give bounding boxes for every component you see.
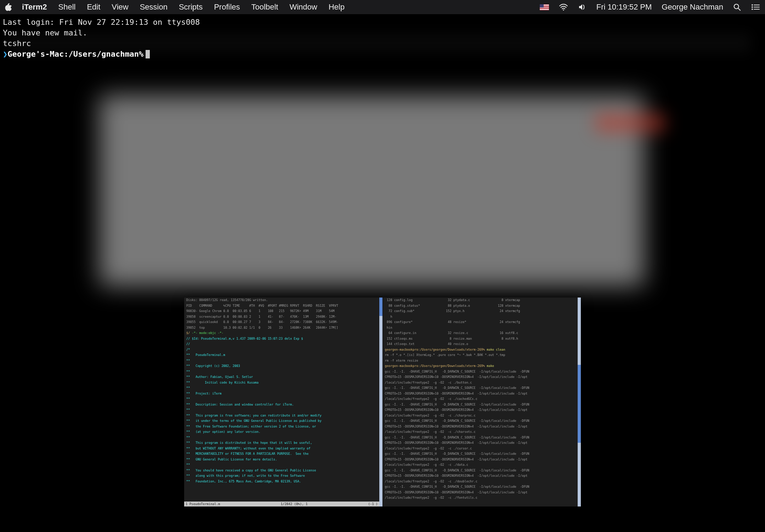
right-pane-gcc: /local/include/freetype2 -g -O2 -c ./cha… [383,429,578,435]
left-pane-comment: ** [184,358,379,364]
left-pane-scrollbar[interactable] [379,298,382,506]
menu-view[interactable]: View [106,2,134,12]
terminal-output-rc: tcshrc [3,38,762,49]
scrollbar-thumb[interactable] [379,298,382,316]
right-pane-gcc: /local/include/freetype2 -g -O2 -c ./but… [383,380,578,386]
left-pane-comment: ** [184,435,379,441]
left-pane-comment: ** GNU General Public License for more d… [184,457,379,463]
menubar-clock[interactable]: Fri 10:19:52 PM [591,2,657,12]
left-pane-comment: ** This program is free software; you ca… [184,413,379,419]
menu-edit[interactable]: Edit [81,2,106,12]
right-pane-gcc: /local/include/freetype2 -g -O2 -c ./cac… [383,396,578,402]
left-pane-comment: ** [184,396,379,402]
right-pane-gcc: /local/include/freetype2 -g -O2 -c ./dou… [383,479,578,485]
right-pane-gcc: gcc -I. -I. -DHAVE_CONFIG_H -D_DARWIN_C_… [383,369,578,375]
wifi-icon[interactable] [554,4,573,11]
menu-window[interactable]: Window [284,2,323,12]
right-pane-gcc: /local/include/freetype2 -g -O2 -c ./dat… [383,462,578,468]
left-pane-comment: ** it under the terms of the GNU General… [184,418,379,424]
right-pane-ls-row: 144 ctlseqs.txt 40 resize.o [383,341,578,347]
us-flag-icon [540,4,549,10]
menubar-user[interactable]: George Nachman [657,2,728,12]
left-pane-top-row: 39058 screencaptur 0.0 00:00.03 2 1 41- … [184,314,379,320]
menu-scripts[interactable]: Scripts [173,2,208,12]
terminal-cursor [146,50,150,58]
right-pane-ls-row: 896 configure* 48 resize* 24 xtermcfg [383,319,578,325]
embedded-screenshot: Disks: 884097/12G read, 1354778/28G writ… [184,298,581,506]
left-pane: Disks: 884097/12G read, 1354778/28G writ… [184,298,383,506]
left-pane-comment: // [184,341,379,347]
right-pane-gcc: CPROTO=15 -DOSMAJORVERSION=10 -DOSMINORV… [383,490,578,496]
left-pane-comment: ** [184,407,379,413]
right-pane-gcc: gcc -I. -I. -DHAVE_CONFIG_H -D_DARWIN_C_… [383,418,578,424]
right-pane-gcc: gcc -I. -I. -DHAVE_CONFIG_H -D_DARWIN_C_… [383,451,578,457]
macos-menubar: iTerm2 Shell Edit View Session Scripts P… [0,0,765,14]
menu-shell[interactable]: Shell [53,2,81,12]
terminal-viewport[interactable]: Last login: Fri Nov 27 22:19:13 on ttys0… [0,14,765,60]
right-pane-ls-row: hin [383,325,578,331]
prompt-caret-icon: ❯ [3,49,7,60]
left-pane-comment: ** along with this program; if not, writ… [184,473,379,479]
right-pane-gcc: CPROTO=15 -DOSMAJORVERSION=10 -DOSMINORV… [383,457,578,463]
right-pane-gcc: CPROTO=15 -DOSMAJORVERSION=10 -DOSMINORV… [383,407,578,413]
right-pane-gcc: gcc -I. -I. -DHAVE_CONFIG_H -D_DARWIN_C_… [383,402,578,408]
terminal-prompt-line[interactable]: ❯ George's-Mac:/Users/gnachman% [3,49,762,60]
right-pane-gcc: CPROTO=15 -DOSMAJORVERSION=10 -DOSMINORV… [383,374,578,380]
right-pane-gcc: CPROTO=15 -DOSMAJORVERSION=10 -DOSMINORV… [383,424,578,430]
right-pane-prompt: georgen-macbookpro:/Users/georgen/Downlo… [383,363,578,369]
left-pane-comment: ** You should have received a copy of th… [184,468,379,474]
left-pane-comment: ** but WITHOUT ANY WARRANTY; without eve… [184,446,379,452]
left-pane-comment: ** [184,462,379,468]
terminal-prompt: George's-Mac:/Users/gnachman% [7,49,143,60]
spotlight-icon[interactable] [728,3,746,11]
status-encoding: (-1 ) [368,502,378,506]
svg-line-2 [738,9,741,10]
left-pane-comment: ** [184,369,379,375]
left-pane-comment: ** (at your option) any later version. [184,429,379,435]
right-pane-gcc: CPROTO=15 -DOSMAJORVERSION=10 -DOSMINORV… [383,473,578,479]
right-pane-gcc: gcc -I. -I. -DHAVE_CONFIG_H -D_DARWIN_C_… [383,468,578,474]
left-pane-comment: ** MERCHANTABILITY or FITNESS FOR A PART… [184,451,379,457]
control-center-icon[interactable] [746,4,765,11]
left-pane-top-row: 39055 quicklookd 0.0 00:00.27 7 3 84- 84… [184,319,379,325]
left-pane-comment: ** Foundation, Inc., 675 Mass Ave, Cambr… [184,479,379,485]
menu-profiles[interactable]: Profiles [208,2,245,12]
right-pane-gcc: /local/include/freetype2 -g -O2 -c ./cur… [383,446,578,452]
right-pane-gcc: /local/include/freetype2 -g -O2 -c ./fon… [383,495,578,501]
svg-point-3 [752,4,753,6]
right-pane-ls-row: 152 ctlseqs.ms 8 resize.man 8 xutf8.h [383,336,578,342]
left-pane-comment: ** PseudoTerminal.m [184,352,379,358]
right-pane: 128 config.log 32 ptydata.c 8 xtermcap 8… [383,298,581,506]
right-pane-gcc: CPROTO=15 -DOSMAJORVERSION=10 -DOSMINORV… [383,391,578,397]
terminal-output-login: Last login: Fri Nov 27 22:19:13 on ttys0… [3,17,762,28]
volume-icon[interactable] [573,4,591,11]
terminal-output-mail: You have new mail. [3,28,762,38]
left-pane-sid: // $Id: PseudoTerminal.m,v 1.437 2009-02… [184,336,379,342]
svg-point-1 [734,4,739,9]
right-pane-ls-row: 88 config.status* 88 ptydata.o 128 xterm… [383,303,578,309]
left-pane-status-bar: 1 PseudoTerminal.m 1/2842 (0%), 1 (-1 ) [184,502,379,506]
left-pane-comment: ** Copyright (c) 2002, 2003 [184,363,379,369]
menu-session[interactable]: Session [134,2,173,12]
right-pane-gcc: gcc -I. -I. -DHAVE_CONFIG_H -D_DARWIN_C_… [383,385,578,391]
right-pane-gcc: /local/include/freetype2 -g -O2 -c ./cha… [383,413,578,419]
right-pane-output: rm -f *.o *.[is] XtermLog.* .pure core *… [383,352,578,358]
left-pane-comment: ** Description: Session and window contr… [184,402,379,408]
left-pane-comment: ** Author: Fabian, Ujwal S. Setlur [184,374,379,380]
left-pane-comment: /* [184,347,379,353]
menu-toolbelt[interactable]: Toolbelt [246,2,284,12]
left-pane-comment: ** This program is distributed in the ho… [184,440,379,446]
right-pane-prompt: georgen-macbookpro:/Users/georgen/Downlo… [383,347,578,353]
input-source-icon[interactable] [535,4,554,10]
scrollbar-thumb[interactable] [578,365,581,443]
right-pane-gcc: CPROTO=15 -DOSMAJORVERSION=10 -DOSMINORV… [383,440,578,446]
left-pane-comment: ** Initial code by Kiichi Kusama [184,380,379,386]
right-pane-ls-row: 128 config.log 32 ptydata.c 8 xtermcap [383,298,578,303]
left-pane-comment: ** the Free Software Foundation; either … [184,424,379,430]
app-name[interactable]: iTerm2 [16,2,53,12]
menu-help[interactable]: Help [323,2,350,12]
apple-menu-icon[interactable] [0,3,16,11]
left-pane-top-output [184,298,376,303]
right-pane-scrollbar[interactable] [578,298,581,506]
right-pane-ls-row: h [383,314,578,320]
